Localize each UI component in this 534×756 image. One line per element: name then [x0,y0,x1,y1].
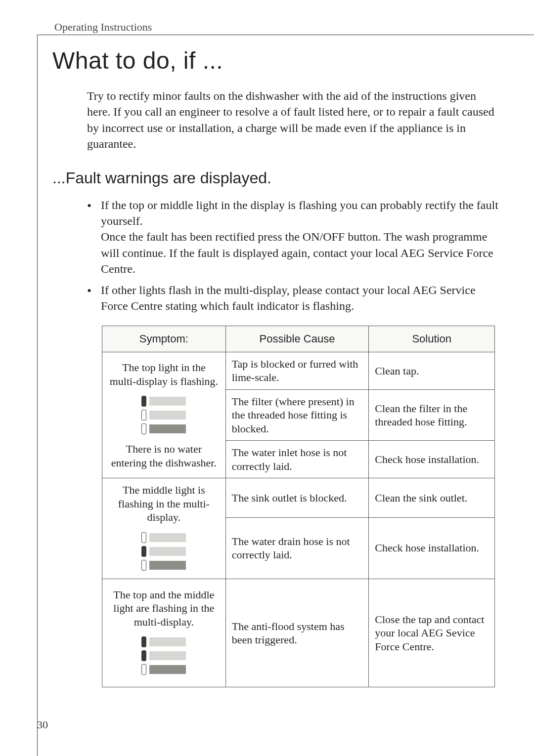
cause-cell: The anti-flood system has been triggered… [225,579,369,687]
solution-cell: Check hose installation. [369,517,495,579]
col-header-symptom: Symptom: [102,326,226,352]
solution-cell: Clean the sink outlet. [369,478,495,517]
cause-cell: The water inlet hose is not correctly la… [225,441,369,478]
list-item: If the top or middle light in the displa… [87,197,499,277]
symptom-text: There is no water entering the dishwashe… [108,442,220,469]
table-row: The top light in the multi-display is fl… [102,352,495,389]
solution-cell: Clean tap. [369,352,495,389]
table-row: The middle light is flashing in the mult… [102,478,495,517]
symptom-text: The top and the middle light are flashin… [108,588,220,629]
col-header-solution: Solution [369,326,495,352]
page-frame: What to do, if ... Try to rectify minor … [37,35,534,756]
indicator-icon [141,532,186,571]
symptom-cell: The top and the middle light are flashin… [102,579,226,687]
symptom-cell: The top light in the multi-display is fl… [102,352,226,478]
solution-cell: Clean the filter in the threaded hose fi… [369,389,495,441]
cause-cell: The filter (where present) in the thread… [225,389,369,441]
indicator-icon [141,636,186,675]
solution-cell: Check hose installation. [369,441,495,478]
page-title: What to do, if ... [52,47,519,74]
bullet-list: If the top or middle light in the displa… [87,197,499,314]
solution-cell: Close the tap and contact your local AEG… [369,579,495,687]
cause-cell: The water drain hose is not correctly la… [225,517,369,579]
running-head: Operating Instructions [54,21,152,34]
intro-paragraph: Try to rectify minor faults on the dishw… [87,88,499,152]
symptom-text: The top light in the multi-display is fl… [108,361,220,388]
indicator-icon [141,396,186,434]
symptom-text: The middle light is flashing in the mult… [108,483,220,524]
cause-cell: The sink outlet is blocked. [225,478,369,517]
col-header-cause: Possible Cause [225,326,369,352]
fault-table: Symptom: Possible Cause Solution The top… [102,326,495,687]
list-item: If other lights flash in the multi-displ… [87,282,499,314]
table-row: The top and the middle light are flashin… [102,579,495,687]
symptom-cell: The middle light is flashing in the mult… [102,478,226,579]
section-heading: ...Fault warnings are displayed. [52,169,519,187]
page-number: 30 [37,718,48,731]
cause-cell: Tap is blocked or furred with lime-scale… [225,352,369,389]
